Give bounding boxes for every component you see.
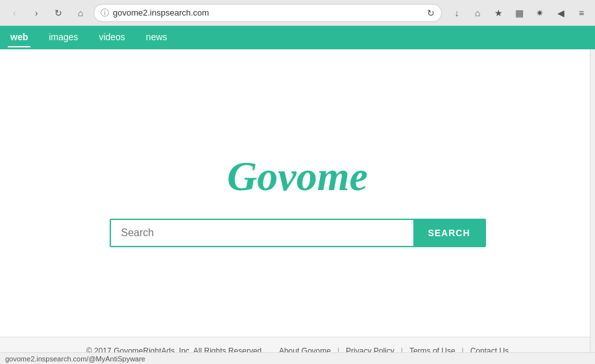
- tab-images[interactable]: images: [46, 28, 80, 47]
- tab-web[interactable]: web: [8, 28, 30, 47]
- nav-tabs: web images videos news: [0, 26, 595, 49]
- grid-icon[interactable]: ▦: [511, 5, 528, 21]
- menu-icon[interactable]: ≡: [573, 5, 590, 21]
- browser-actions: ↓ ⌂ ★ ▦ ✷ ◀ ≡: [448, 5, 590, 21]
- search-button[interactable]: SEARCH: [413, 220, 484, 246]
- url-input[interactable]: [113, 8, 423, 18]
- main-content: Govome SEARCH: [0, 49, 595, 337]
- browser-chrome: ‹ › ↻ ⌂ ⓘ ↻ ↓ ⌂ ★ ▦ ✷ ◀ ≡: [0, 0, 595, 26]
- home-button[interactable]: ⌂: [71, 4, 90, 22]
- info-icon[interactable]: ⓘ: [101, 7, 109, 19]
- bookmark-icon[interactable]: ★: [490, 5, 507, 21]
- send-icon[interactable]: ◀: [552, 5, 569, 21]
- shield-icon[interactable]: ✷: [531, 5, 548, 21]
- address-bar: ⓘ ↻: [93, 4, 442, 22]
- reload-icon[interactable]: ↻: [427, 8, 435, 18]
- refresh-button[interactable]: ↻: [49, 4, 67, 22]
- logo: Govome: [227, 152, 368, 200]
- tab-news[interactable]: news: [143, 28, 170, 47]
- tab-videos[interactable]: videos: [96, 28, 127, 47]
- home-icon[interactable]: ⌂: [469, 5, 486, 21]
- status-url: govome2.inspsearch.com/@MyAntiSpyware: [5, 355, 145, 363]
- download-icon[interactable]: ↓: [448, 5, 465, 21]
- search-bar: SEARCH: [110, 219, 486, 247]
- forward-button[interactable]: ›: [27, 4, 45, 22]
- search-input[interactable]: [111, 220, 414, 246]
- status-bar: govome2.inspsearch.com/@MyAntiSpyware: [0, 352, 595, 364]
- scrollbar[interactable]: [590, 49, 595, 352]
- back-button[interactable]: ‹: [5, 4, 23, 22]
